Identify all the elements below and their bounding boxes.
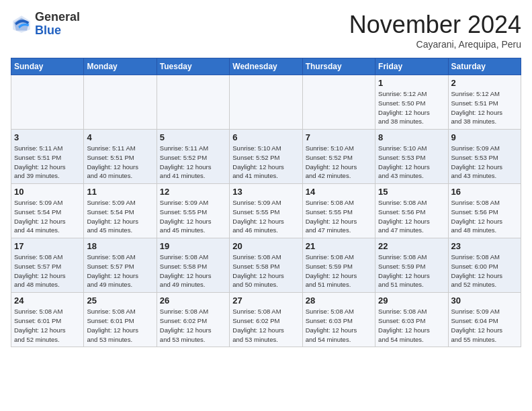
calendar-cell: 27Sunrise: 5:08 AM Sunset: 6:02 PM Dayli… — [230, 293, 302, 347]
calendar-cell — [84, 75, 157, 130]
day-number: 11 — [87, 187, 153, 197]
day-number: 7 — [306, 132, 372, 142]
day-info: Sunrise: 5:10 AM Sunset: 5:52 PM Dayligh… — [232, 144, 299, 181]
calendar-cell: 26Sunrise: 5:08 AM Sunset: 6:02 PM Dayli… — [157, 293, 229, 347]
day-number: 10 — [14, 187, 81, 197]
calendar-cell: 12Sunrise: 5:09 AM Sunset: 5:55 PM Dayli… — [157, 184, 229, 238]
day-info: Sunrise: 5:08 AM Sunset: 6:03 PM Dayligh… — [378, 307, 445, 344]
day-info: Sunrise: 5:08 AM Sunset: 5:56 PM Dayligh… — [451, 198, 518, 235]
day-info: Sunrise: 5:08 AM Sunset: 6:01 PM Dayligh… — [87, 307, 153, 344]
calendar-cell — [302, 75, 375, 130]
day-number: 22 — [378, 241, 445, 251]
calendar-cell: 17Sunrise: 5:08 AM Sunset: 5:57 PM Dayli… — [11, 238, 84, 293]
logo: General Blue — [11, 11, 80, 38]
calendar-cell: 11Sunrise: 5:09 AM Sunset: 5:54 PM Dayli… — [84, 184, 157, 238]
calendar-cell: 30Sunrise: 5:09 AM Sunset: 6:04 PM Dayli… — [448, 293, 521, 347]
day-number: 23 — [451, 241, 518, 251]
day-number: 6 — [232, 132, 299, 142]
day-info: Sunrise: 5:08 AM Sunset: 5:55 PM Dayligh… — [306, 198, 372, 235]
calendar-cell: 18Sunrise: 5:08 AM Sunset: 5:57 PM Dayli… — [84, 238, 157, 293]
calendar-cell: 14Sunrise: 5:08 AM Sunset: 5:55 PM Dayli… — [302, 184, 375, 238]
calendar-cell: 15Sunrise: 5:08 AM Sunset: 5:56 PM Dayli… — [375, 184, 448, 238]
day-number: 5 — [160, 132, 226, 142]
day-info: Sunrise: 5:08 AM Sunset: 6:03 PM Dayligh… — [306, 307, 372, 344]
calendar-cell: 8Sunrise: 5:10 AM Sunset: 5:53 PM Daylig… — [375, 130, 448, 184]
day-number: 28 — [306, 295, 372, 306]
day-number: 24 — [14, 295, 81, 306]
calendar-week-row: 24Sunrise: 5:08 AM Sunset: 6:01 PM Dayli… — [11, 293, 521, 347]
day-info: Sunrise: 5:08 AM Sunset: 5:58 PM Dayligh… — [232, 253, 299, 289]
calendar-cell: 24Sunrise: 5:08 AM Sunset: 6:01 PM Dayli… — [11, 293, 84, 347]
calendar-cell — [157, 75, 229, 130]
day-info: Sunrise: 5:09 AM Sunset: 5:53 PM Dayligh… — [451, 144, 518, 181]
day-info: Sunrise: 5:12 AM Sunset: 5:51 PM Dayligh… — [451, 89, 518, 126]
calendar-week-row: 3Sunrise: 5:11 AM Sunset: 5:51 PM Daylig… — [11, 130, 521, 184]
calendar-cell: 7Sunrise: 5:10 AM Sunset: 5:52 PM Daylig… — [302, 130, 375, 184]
weekday-header: Saturday — [448, 58, 521, 75]
day-info: Sunrise: 5:08 AM Sunset: 6:02 PM Dayligh… — [232, 307, 299, 344]
calendar-cell — [11, 75, 84, 130]
weekday-header: Wednesday — [230, 58, 302, 75]
calendar-cell: 13Sunrise: 5:09 AM Sunset: 5:55 PM Dayli… — [230, 184, 302, 238]
day-number: 13 — [232, 187, 299, 197]
calendar-cell: 28Sunrise: 5:08 AM Sunset: 6:03 PM Dayli… — [302, 293, 375, 347]
calendar-cell: 19Sunrise: 5:08 AM Sunset: 5:58 PM Dayli… — [157, 238, 229, 293]
day-info: Sunrise: 5:08 AM Sunset: 5:58 PM Dayligh… — [160, 253, 226, 289]
day-info: Sunrise: 5:11 AM Sunset: 5:52 PM Dayligh… — [160, 144, 226, 181]
weekday-header: Tuesday — [157, 58, 229, 75]
weekday-header: Friday — [375, 58, 448, 75]
calendar-cell: 6Sunrise: 5:10 AM Sunset: 5:52 PM Daylig… — [230, 130, 302, 184]
calendar-cell: 5Sunrise: 5:11 AM Sunset: 5:52 PM Daylig… — [157, 130, 229, 184]
weekday-header: Sunday — [11, 58, 84, 75]
logo-icon — [11, 13, 32, 35]
day-info: Sunrise: 5:09 AM Sunset: 5:54 PM Dayligh… — [14, 198, 81, 235]
day-info: Sunrise: 5:08 AM Sunset: 6:01 PM Dayligh… — [14, 307, 81, 344]
calendar-cell — [230, 75, 302, 130]
day-info: Sunrise: 5:08 AM Sunset: 5:59 PM Dayligh… — [378, 253, 445, 289]
day-info: Sunrise: 5:08 AM Sunset: 5:59 PM Dayligh… — [306, 253, 372, 289]
day-number: 20 — [232, 241, 299, 251]
calendar-cell: 20Sunrise: 5:08 AM Sunset: 5:58 PM Dayli… — [230, 238, 302, 293]
calendar-week-row: 10Sunrise: 5:09 AM Sunset: 5:54 PM Dayli… — [11, 184, 521, 238]
day-info: Sunrise: 5:08 AM Sunset: 5:57 PM Dayligh… — [14, 253, 81, 289]
title-block: November 2024 Cayarani, Arequipa, Peru — [349, 11, 521, 50]
calendar-cell: 10Sunrise: 5:09 AM Sunset: 5:54 PM Dayli… — [11, 184, 84, 238]
day-info: Sunrise: 5:09 AM Sunset: 5:55 PM Dayligh… — [160, 198, 226, 235]
day-number: 9 — [451, 132, 518, 142]
day-number: 2 — [451, 78, 518, 88]
month-title: November 2024 — [349, 11, 521, 39]
calendar-cell: 9Sunrise: 5:09 AM Sunset: 5:53 PM Daylig… — [448, 130, 521, 184]
day-info: Sunrise: 5:09 AM Sunset: 6:04 PM Dayligh… — [451, 307, 518, 344]
page-header: General Blue November 2024 Cayarani, Are… — [11, 11, 521, 50]
calendar-cell: 3Sunrise: 5:11 AM Sunset: 5:51 PM Daylig… — [11, 130, 84, 184]
day-info: Sunrise: 5:09 AM Sunset: 5:54 PM Dayligh… — [87, 198, 153, 235]
calendar-cell: 22Sunrise: 5:08 AM Sunset: 5:59 PM Dayli… — [375, 238, 448, 293]
day-number: 17 — [14, 241, 81, 251]
day-number: 15 — [378, 187, 445, 197]
calendar-cell: 2Sunrise: 5:12 AM Sunset: 5:51 PM Daylig… — [448, 75, 521, 130]
calendar-cell: 23Sunrise: 5:08 AM Sunset: 6:00 PM Dayli… — [448, 238, 521, 293]
day-info: Sunrise: 5:09 AM Sunset: 5:55 PM Dayligh… — [232, 198, 299, 235]
calendar-table: SundayMondayTuesdayWednesdayThursdayFrid… — [11, 58, 521, 347]
day-number: 30 — [451, 295, 518, 306]
day-info: Sunrise: 5:08 AM Sunset: 5:57 PM Dayligh… — [87, 253, 153, 289]
day-info: Sunrise: 5:08 AM Sunset: 6:00 PM Dayligh… — [451, 253, 518, 289]
day-number: 14 — [306, 187, 372, 197]
day-info: Sunrise: 5:10 AM Sunset: 5:52 PM Dayligh… — [306, 144, 372, 181]
day-number: 16 — [451, 187, 518, 197]
calendar-cell: 16Sunrise: 5:08 AM Sunset: 5:56 PM Dayli… — [448, 184, 521, 238]
day-number: 12 — [160, 187, 226, 197]
day-number: 8 — [378, 132, 445, 142]
day-info: Sunrise: 5:08 AM Sunset: 5:56 PM Dayligh… — [378, 198, 445, 235]
weekday-header: Thursday — [302, 58, 375, 75]
day-number: 19 — [160, 241, 226, 251]
calendar-week-row: 17Sunrise: 5:08 AM Sunset: 5:57 PM Dayli… — [11, 238, 521, 293]
calendar-cell: 4Sunrise: 5:11 AM Sunset: 5:51 PM Daylig… — [84, 130, 157, 184]
weekday-header: Monday — [84, 58, 157, 75]
location: Cayarani, Arequipa, Peru — [349, 39, 521, 50]
calendar-cell: 29Sunrise: 5:08 AM Sunset: 6:03 PM Dayli… — [375, 293, 448, 347]
weekday-header-row: SundayMondayTuesdayWednesdayThursdayFrid… — [11, 58, 521, 75]
day-number: 25 — [87, 295, 153, 306]
day-number: 27 — [232, 295, 299, 306]
day-info: Sunrise: 5:11 AM Sunset: 5:51 PM Dayligh… — [87, 144, 153, 181]
